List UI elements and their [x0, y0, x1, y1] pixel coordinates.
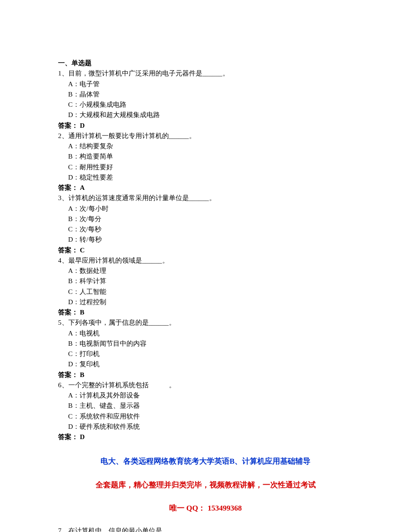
question-stem: 5、下列各项中，属于信息的是______。: [58, 318, 353, 328]
question-number: 1: [58, 70, 62, 77]
question-stem: 1、目前，微型计算机中广泛采用的电子元器件是______。: [58, 68, 353, 79]
option-label: C: [68, 226, 73, 233]
question-number: 2: [58, 132, 62, 139]
option-sep: ：: [73, 163, 80, 171]
option-sep: ：: [73, 402, 80, 409]
banner-line-1: 电大、各类远程网络教育统考大学英语B、计算机应用基础辅导: [58, 456, 353, 467]
question-block: 1、目前，微型计算机中广泛采用的电子元器件是______。A：电子管B：晶体管C…: [58, 68, 353, 131]
option-label: A: [68, 142, 73, 150]
section-header: 一、单选题: [58, 58, 353, 68]
question-text: 、通用计算机一般要比专用计算机的______。: [62, 132, 196, 139]
answer-label: 答案：: [58, 433, 78, 440]
option-label: C: [68, 413, 73, 420]
option-label: A: [68, 205, 73, 212]
question-block: 5、下列各项中，属于信息的是______。A：电视机B：电视新闻节目中的内容C：…: [58, 318, 353, 380]
option: D：转/每秒: [68, 235, 353, 245]
option-sep: ：: [73, 423, 80, 430]
answer-label: 答案：: [58, 309, 78, 316]
option: C：耐用性要好: [68, 162, 353, 172]
question-stem: 4、最早应用计算机的领域是______。: [58, 256, 353, 266]
answer-line: 答案： D: [58, 121, 353, 131]
option-label: C: [68, 350, 73, 357]
option: A：结构要复杂: [68, 141, 353, 151]
question-block: 4、最早应用计算机的领域是______。A：数据处理B：科学计算C：人工智能D：…: [58, 256, 353, 318]
option: C：小规模集成电路: [68, 100, 353, 110]
option-label: A: [68, 330, 73, 337]
answer-value: B: [80, 371, 84, 378]
option-label: D: [68, 360, 73, 368]
option-text: 次/每分: [80, 215, 101, 222]
question-number: 4: [58, 257, 62, 264]
answer-line: 答案： C: [58, 245, 353, 256]
option-label: B: [68, 340, 73, 347]
question-number: 3: [58, 194, 62, 201]
answer-label: 答案：: [58, 122, 78, 129]
question-text: 、计算机的运算速度通常采用的计量单位是______。: [62, 194, 216, 201]
answer-line: 答案： B: [58, 307, 353, 318]
option: C：次/每秒: [68, 224, 353, 235]
option-sep: ：: [73, 340, 80, 347]
option: D：稳定性要差: [68, 172, 353, 183]
question-text: 、目前，微型计算机中广泛采用的电子元器件是______。: [62, 70, 229, 77]
option-sep: ：: [73, 392, 80, 399]
option: B：次/每分: [68, 214, 353, 224]
option-label: D: [68, 111, 73, 118]
option-text: 系统软件和应用软件: [80, 413, 140, 420]
option-sep: ：: [73, 101, 80, 108]
option: A：数据处理: [68, 266, 353, 276]
option: D：过程控制: [68, 297, 353, 307]
question-number: 6: [58, 381, 62, 389]
option-text: 人工智能: [80, 288, 106, 295]
answer-value: C: [80, 247, 85, 254]
option: B：电视新闻节目中的内容: [68, 339, 353, 349]
question-text: 、最早应用计算机的领域是______。: [62, 257, 169, 264]
option-sep: ：: [73, 215, 80, 222]
option-text: 主机、键盘、显示器: [80, 402, 140, 409]
option: B：晶体管: [68, 89, 353, 100]
option-sep: ：: [73, 298, 80, 306]
question-number: 5: [58, 319, 62, 326]
option-sep: ：: [73, 236, 80, 243]
option: D：硬件系统和软件系统: [68, 422, 353, 432]
option-sep: ：: [73, 350, 80, 357]
option-label: C: [68, 101, 73, 108]
answer-label: 答案：: [58, 247, 78, 254]
answer-label: 答案：: [58, 184, 78, 191]
banner-line-3: 唯一 QQ： 153499368: [58, 503, 353, 514]
option: B：主机、键盘、显示器: [68, 401, 353, 411]
answer-line: 答案： B: [58, 370, 353, 380]
option-sep: ：: [73, 111, 80, 118]
option-sep: ：: [73, 330, 80, 337]
option-sep: ：: [73, 226, 80, 233]
option-text: 大规模和超大规模集成电路: [80, 111, 160, 118]
option-text: 晶体管: [80, 91, 100, 98]
option-text: 构造要简单: [80, 153, 113, 160]
option-label: C: [68, 288, 73, 295]
option-text: 科学计算: [80, 277, 106, 285]
option-sep: ：: [73, 153, 80, 160]
option: A：电视机: [68, 328, 353, 339]
option-text: 电视机: [80, 330, 100, 337]
option-label: D: [68, 236, 73, 243]
option-sep: ：: [73, 80, 80, 88]
option-sep: ：: [73, 413, 80, 420]
option-label: B: [68, 91, 73, 98]
answer-label: 答案：: [58, 371, 78, 378]
option-label: B: [68, 402, 73, 409]
option-label: A: [68, 392, 73, 399]
option-sep: ：: [73, 142, 80, 150]
option-label: C: [68, 163, 73, 171]
question-text: 、在计算机中，信息的最小单位是____。: [62, 527, 182, 532]
option-sep: ：: [73, 267, 80, 274]
option-text: 转/每秒: [80, 236, 101, 243]
answer-value: D: [80, 122, 85, 129]
question-block: 7、在计算机中，信息的最小单位是____。A：字节B：位: [58, 526, 353, 532]
question-text: 、下列各项中，属于信息的是______。: [62, 319, 176, 326]
option: C：打印机: [68, 349, 353, 359]
option: C：人工智能: [68, 287, 353, 297]
option: B：构造要简单: [68, 151, 353, 162]
option: B：科学计算: [68, 276, 353, 286]
option-sep: ：: [73, 91, 80, 98]
option-text: 电子管: [80, 80, 100, 88]
question-stem: 6、一个完整的计算机系统包括 。: [58, 380, 353, 390]
